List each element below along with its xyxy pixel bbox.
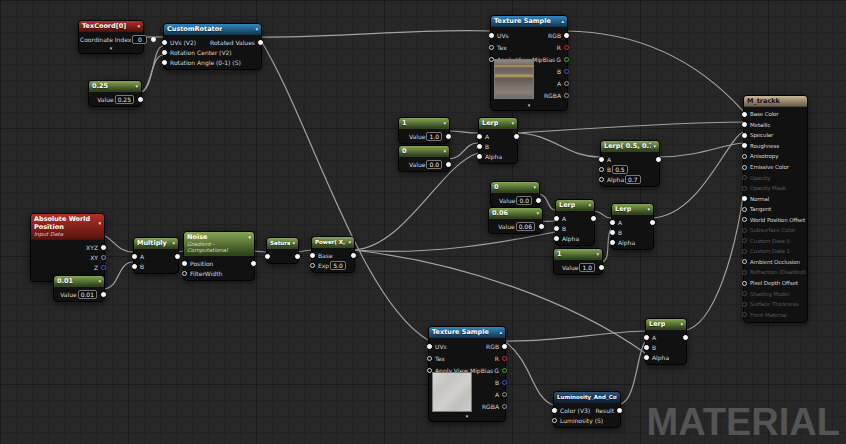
node-header[interactable]: Power( X, 5) ▾ [312, 237, 354, 248]
node-saturate[interactable]: Saturate ▾ [266, 237, 299, 264]
chevron-down-icon[interactable]: ▾ [653, 144, 656, 149]
node-header[interactable]: CustomRotator ▾ [164, 24, 261, 35]
chevron-down-icon[interactable]: ▾ [429, 412, 505, 419]
input-pin[interactable] [552, 418, 557, 423]
node-constant-0b[interactable]: 0 ▾ Value 0.0 [490, 181, 540, 208]
chevron-down-icon[interactable]: ▾ [443, 121, 446, 126]
output-pin-rgba[interactable] [502, 404, 507, 409]
value-input[interactable]: 0.06 [516, 222, 535, 231]
node-header[interactable]: 1 ▾ [399, 118, 449, 129]
node-lerp-e[interactable]: Lerp ▾ A B Alpha [645, 318, 687, 365]
texture-preview[interactable] [494, 59, 534, 99]
input-pin[interactable] [427, 344, 432, 349]
output-pin[interactable] [446, 134, 451, 139]
node-custom-rotator[interactable]: CustomRotator ▾ UVs (V2) Rotated Values … [163, 23, 262, 70]
node-header[interactable]: Noise ▾ Gradient - Computational [184, 232, 254, 256]
output-pin-z[interactable] [101, 265, 106, 270]
output-pin-b[interactable] [564, 69, 569, 74]
input-pin[interactable] [427, 356, 432, 361]
output-pin[interactable] [151, 37, 156, 42]
node-header[interactable]: Saturate ▾ [267, 238, 298, 249]
output-pin[interactable] [351, 253, 356, 258]
value-input[interactable]: 1.0 [426, 132, 442, 141]
node-constant-001[interactable]: 0.01 ▾ Value 0.01 [53, 275, 105, 302]
node-constant-1b[interactable]: 1 ▾ Value 1.0 [553, 248, 603, 275]
material-graph-canvas[interactable]: TexCoord[0] ▾ Coordinate Index 0 ▾ Custo… [0, 0, 846, 444]
output-pin[interactable] [251, 261, 256, 266]
input-pin[interactable] [599, 167, 604, 172]
input-pin[interactable] [489, 45, 494, 50]
input-pin[interactable] [742, 165, 747, 170]
input-pin[interactable] [742, 281, 747, 286]
output-pin-r[interactable] [502, 356, 507, 361]
node-header[interactable]: TexCoord[0] ▾ [79, 21, 143, 32]
chevron-down-icon[interactable]: ▾ [491, 101, 567, 108]
node-header[interactable]: M_trackk [744, 96, 807, 107]
node-header[interactable]: Lerp ▾ [479, 118, 517, 129]
input-pin[interactable] [742, 112, 747, 117]
node-multiply[interactable]: Multiply ▾ A B [133, 237, 179, 274]
chevron-down-icon[interactable]: ▾ [255, 27, 258, 32]
node-header[interactable]: Multiply ▾ [134, 238, 178, 249]
input-pin[interactable] [132, 254, 137, 259]
input-pin[interactable] [477, 154, 482, 159]
input-pin[interactable] [742, 196, 747, 201]
output-pin[interactable] [564, 33, 569, 38]
node-absolute-world-position[interactable]: Absolute World Position ▾ Input Data XYZ… [30, 213, 105, 282]
output-pin-xy[interactable] [101, 255, 106, 260]
value-input[interactable]: 0.25 [115, 95, 134, 104]
chevron-down-icon[interactable]: ▾ [172, 241, 175, 246]
input-pin[interactable] [162, 60, 167, 65]
node-lerp-b[interactable]: Lerp( 0.5, 0.7) ▾ A B0.5 Alpha0.7 [600, 140, 660, 187]
node-header[interactable]: 0 ▾ [399, 146, 449, 157]
node-power[interactable]: Power( X, 5) ▾ Base Exp5.0 [311, 236, 355, 273]
input-pin[interactable] [644, 355, 649, 360]
output-pin-r[interactable] [564, 45, 569, 50]
output-pin[interactable] [101, 292, 106, 297]
output-pin[interactable] [591, 216, 596, 221]
output-pin[interactable] [650, 220, 655, 225]
chevron-down-icon[interactable]: ▾ [292, 241, 295, 246]
node-header[interactable]: Luminosity_And_Color [554, 392, 620, 403]
input-pin[interactable] [554, 226, 559, 231]
output-pin[interactable] [446, 162, 451, 167]
node-header[interactable]: Lerp ▾ [556, 200, 594, 211]
input-pin[interactable] [310, 253, 315, 258]
node-header[interactable]: Lerp ▾ [612, 204, 653, 215]
node-texture-sample-bottom[interactable]: Texture Sample ▴ UVs RGB Tex R Apply Vie… [428, 326, 506, 422]
node-header[interactable]: Lerp( 0.5, 0.7) ▾ [601, 141, 659, 152]
chevron-down-icon[interactable]: ▾ [137, 24, 140, 29]
texture-preview[interactable] [432, 372, 472, 412]
node-header[interactable]: 0.25 ▾ [89, 81, 141, 92]
chevron-up-icon[interactable]: ▴ [499, 330, 502, 335]
input-pin[interactable] [310, 263, 315, 268]
value-input[interactable]: 0.01 [78, 290, 97, 299]
input-pin[interactable] [599, 177, 604, 182]
input-pin[interactable] [742, 143, 747, 148]
node-noise[interactable]: Noise ▾ Gradient - Computational Positio… [183, 231, 255, 281]
output-pin[interactable] [656, 157, 661, 162]
b-value-input[interactable]: 0.5 [612, 165, 628, 174]
output-pin[interactable] [502, 344, 507, 349]
node-header[interactable]: Lerp ▾ [646, 319, 686, 330]
input-pin[interactable] [610, 240, 615, 245]
node-constant-1a[interactable]: 1 ▾ Value 1.0 [398, 117, 450, 144]
input-pin[interactable] [132, 264, 137, 269]
node-constant-006[interactable]: 0.06 ▾ Value 0.06 [488, 207, 543, 234]
input-pin[interactable] [742, 133, 747, 138]
chevron-down-icon[interactable]: ▾ [536, 211, 539, 216]
output-pin[interactable] [599, 265, 604, 270]
input-pin[interactable] [644, 345, 649, 350]
chevron-down-icon[interactable]: ▾ [135, 84, 138, 89]
value-input[interactable]: 0.0 [516, 196, 532, 205]
chevron-down-icon[interactable]: ▾ [533, 185, 536, 190]
input-pin[interactable] [742, 207, 747, 212]
output-pin[interactable] [258, 40, 263, 45]
input-pin[interactable] [610, 220, 615, 225]
output-pin[interactable] [536, 198, 541, 203]
input-pin[interactable] [162, 50, 167, 55]
output-pin-rgba[interactable] [564, 93, 569, 98]
input-pin[interactable] [489, 33, 494, 38]
node-header[interactable]: 0 ▾ [491, 182, 539, 193]
chevron-down-icon[interactable]: ▾ [588, 203, 591, 208]
